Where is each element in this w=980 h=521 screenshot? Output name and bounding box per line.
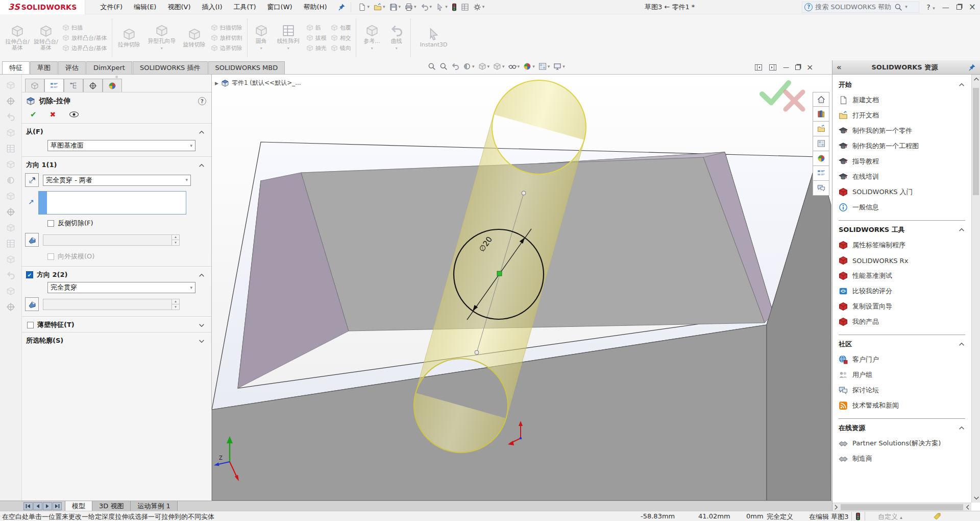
linear-pattern-button[interactable]: 线性阵列▾ — [273, 24, 304, 52]
chevron-up-icon[interactable] — [958, 226, 965, 233]
tab-view-palette[interactable] — [813, 136, 829, 151]
instant3d-button[interactable]: Instant3D — [413, 28, 454, 48]
link-my-products[interactable]: 我的产品 — [832, 314, 971, 329]
doc-close-button[interactable]: × — [806, 62, 813, 72]
chevron-down-icon[interactable] — [198, 338, 205, 345]
boundary-cut-button[interactable]: 边界切除 — [211, 44, 242, 52]
extruded-cut-button[interactable]: 拉伸切除 — [115, 28, 143, 48]
link-online-training[interactable]: 在线培训 — [832, 169, 971, 184]
menu-pin-icon[interactable] — [337, 3, 346, 11]
tab-3d-views[interactable]: 3D 视图 — [92, 501, 131, 511]
doc-minimize-button[interactable]: — — [783, 64, 789, 71]
revolved-cut-button[interactable]: 旋转切除 — [180, 28, 209, 48]
link-open-document[interactable]: 打开文档 — [832, 108, 971, 123]
link-make-first-part[interactable]: 制作我的第一个零件 — [832, 123, 971, 138]
tab-file-explorer[interactable] — [813, 122, 829, 136]
link-solidworks-rx[interactable]: SOLIDWORKS Rx — [832, 253, 971, 268]
tab-appearances-scenes[interactable] — [813, 151, 829, 166]
help-icon[interactable]: ? — [198, 97, 206, 105]
tab-solidworks-resources[interactable] — [813, 92, 829, 107]
scroll-up-icon[interactable] — [972, 75, 980, 84]
model-scene[interactable]: ∅20 Z — [212, 75, 832, 501]
restore-button[interactable] — [957, 5, 962, 10]
tab-evaluate[interactable]: 评估 — [58, 61, 86, 74]
chevron-up-icon[interactable] — [958, 424, 965, 432]
left-toolbar-icon[interactable] — [6, 255, 15, 264]
scroll-left-icon[interactable] — [832, 504, 840, 511]
direction1-selection-box[interactable] — [38, 191, 186, 215]
swept-cut-button[interactable]: 扫描切除 — [211, 24, 242, 32]
left-toolbar-icon[interactable] — [6, 144, 15, 153]
task-pane-vertical-scrollbar[interactable] — [971, 75, 980, 503]
draft-angle-stepper[interactable]: ▴▾ — [172, 234, 180, 246]
link-copy-settings-wizard[interactable]: 复制设置向导 — [832, 299, 971, 314]
print-button[interactable]: ▾ — [403, 2, 418, 12]
draft-angle-stepper-2[interactable]: ▴▾ — [172, 299, 180, 310]
first-tab-button[interactable] — [23, 502, 33, 510]
link-performance-benchmark[interactable]: 性能基准测试 — [832, 268, 971, 283]
tab-property-manager[interactable] — [44, 79, 64, 92]
show-preview-icon[interactable] — [69, 111, 79, 118]
file-properties-button[interactable] — [459, 2, 471, 12]
lofted-cut-button[interactable]: 放样切割 — [211, 34, 242, 42]
tab-feature-tree[interactable] — [25, 79, 44, 92]
left-toolbar-icon[interactable] — [6, 81, 15, 90]
close-button[interactable]: × — [969, 3, 976, 11]
link-compare-my-score[interactable]: 比较我的评分 — [832, 283, 971, 299]
select-button[interactable]: ▾ — [434, 2, 449, 12]
doc-restore-button[interactable] — [795, 65, 800, 70]
search-input[interactable] — [815, 3, 892, 11]
last-tab-button[interactable] — [53, 502, 62, 510]
section-selected-contours[interactable]: 所选轮廓(S) — [22, 333, 211, 348]
menu-help[interactable]: 帮助(H) — [298, 0, 333, 14]
collapse-pane-right-icon[interactable] — [769, 63, 777, 72]
tab-display-manager[interactable] — [103, 79, 122, 92]
undo-button[interactable]: ▾ — [419, 2, 434, 12]
tab-configuration-manager[interactable] — [64, 79, 83, 92]
edit-appearance-icon[interactable]: ▾ — [523, 62, 535, 70]
left-toolbar-icon[interactable] — [6, 302, 15, 312]
graphics-area[interactable]: ▶ 零件1 (默认<<默认>_... — [212, 75, 832, 501]
link-new-document[interactable]: 新建文档 — [832, 92, 971, 108]
hole-wizard-button[interactable]: 异型孔向导▾ — [143, 24, 180, 52]
tab-dimxpert[interactable]: DimXpert — [86, 61, 132, 74]
section-from[interactable]: 从(F) — [22, 124, 211, 139]
swept-boss-button[interactable]: 扫描 — [62, 24, 107, 32]
link-technical-alerts-news[interactable]: 技术警戒和新闻 — [832, 398, 971, 413]
boundary-boss-button[interactable]: 边界凸台/基体 — [62, 44, 107, 52]
tag-icon[interactable] — [933, 512, 941, 521]
chevron-up-icon[interactable] — [958, 81, 965, 88]
shell-button[interactable]: 抽壳 — [306, 44, 327, 52]
tab-mbd[interactable]: SOLIDWORKS MBD — [208, 61, 285, 74]
tab-addins[interactable]: SOLIDWORKS 插件 — [133, 61, 208, 74]
minimize-button[interactable]: — — [942, 4, 949, 11]
revolved-boss-base-button[interactable]: 旋转凸台/基体 — [32, 25, 60, 51]
search-icon[interactable] — [894, 3, 902, 11]
left-toolbar-icon[interactable] — [6, 192, 15, 201]
thin-feature-checkbox-row[interactable]: 薄壁特征(T) — [22, 317, 211, 332]
menu-edit[interactable]: 编辑(E) — [128, 0, 162, 14]
left-toolbar-icon[interactable] — [6, 176, 15, 185]
ok-button[interactable]: ✔ — [30, 110, 37, 119]
scrollbar-thumb[interactable] — [973, 88, 979, 195]
zoom-area-icon[interactable] — [439, 62, 448, 70]
link-manufacturers[interactable]: 制造商 — [832, 451, 971, 466]
pin-icon[interactable] — [968, 63, 976, 72]
extruded-boss-base-button[interactable]: 拉伸凸台/基体 — [3, 25, 32, 51]
flip-side-to-cut-checkbox[interactable]: 反侧切除(F) — [47, 219, 207, 228]
section-direction1[interactable]: 方向 1(1) — [22, 157, 211, 172]
panel-splitter[interactable] — [22, 75, 211, 79]
scrollbar-thumb[interactable] — [841, 504, 963, 510]
zoom-fit-icon[interactable] — [428, 62, 436, 70]
link-user-groups[interactable]: 用户组 — [832, 367, 971, 383]
axis-handle[interactable] — [475, 350, 479, 354]
search-box[interactable]: ? ▾ — [802, 2, 919, 13]
link-discussion-forum[interactable]: 探讨论坛 — [832, 383, 971, 398]
coincident-relation-marker[interactable] — [497, 271, 502, 276]
menu-file[interactable]: 文件(F) — [94, 0, 128, 14]
reference-geometry-button[interactable]: 参考...▾ — [359, 24, 385, 52]
search-scope-caret-icon[interactable]: ▾ — [905, 5, 908, 9]
view-settings-icon[interactable]: ▾ — [553, 62, 565, 70]
left-toolbar-icon[interactable] — [6, 223, 15, 232]
link-tutorials[interactable]: 指导教程 — [832, 154, 971, 169]
